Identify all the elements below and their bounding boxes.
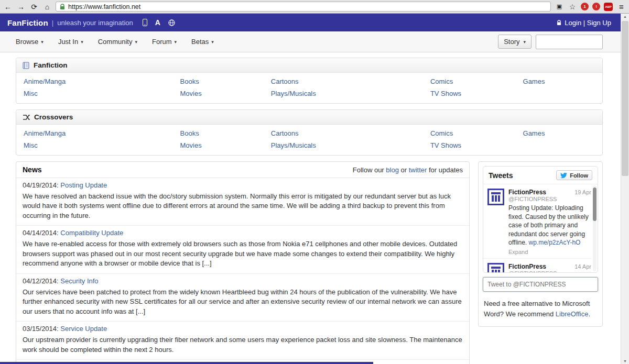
tweet-author[interactable]: FictionPress xyxy=(508,263,546,270)
crossover-link-tv-shows[interactable]: TV Shows xyxy=(430,141,461,149)
news-item-link[interactable]: Posting Update xyxy=(60,181,107,189)
widget-scrollbar[interactable] xyxy=(593,185,597,271)
news-item: 04/12/2014: Security Info Our services h… xyxy=(16,274,469,322)
address-bar[interactable]: https://www.fanfiction.net xyxy=(56,2,551,12)
news-item: 04/14/2014: Compatibility Update We have… xyxy=(16,226,469,273)
category-link-comics[interactable]: Comics xyxy=(430,78,453,85)
fictionpress-avatar xyxy=(487,263,504,272)
chevron-down-icon: ▾ xyxy=(211,39,214,45)
follow-suffix: for updates xyxy=(427,166,463,174)
fictionpress-avatar xyxy=(487,189,504,255)
category-link-anime-manga[interactable]: Anime/Manga xyxy=(24,78,66,85)
tweet-list: FictionPress 19 Apr @FICTIONPRESS Postin… xyxy=(483,184,598,272)
fanfiction-category-table: Anime/Manga Books Cartoons Comics Games … xyxy=(16,73,602,103)
site-logo[interactable]: FanFiction xyxy=(7,18,48,27)
url-text: https://www.fanfiction.net xyxy=(68,3,140,10)
main-content: Fanfiction Anime/Manga Books Cartoons Co… xyxy=(16,58,603,364)
crossover-link-comics[interactable]: Comics xyxy=(430,129,453,137)
crossovers-category-table: Anime/Manga Books Cartoons Comics Games … xyxy=(16,125,602,155)
crossover-link-anime-manga[interactable]: Anime/Manga xyxy=(24,129,66,137)
crossover-link-movies[interactable]: Movies xyxy=(180,141,202,149)
news-body: We have resolved an backend issue with t… xyxy=(23,192,463,220)
libreoffice-link[interactable]: LibreOffice xyxy=(556,310,589,318)
note-suffix: . xyxy=(588,310,590,318)
tweet-expand-link[interactable]: Expand xyxy=(508,249,591,255)
category-link-books[interactable]: Books xyxy=(180,78,199,85)
language-globe-icon[interactable] xyxy=(168,19,175,26)
tweet-url-link[interactable]: wp.me/p2zAcY-hO xyxy=(528,239,580,246)
news-item: 04/19/2014: Posting Update We have resol… xyxy=(16,178,469,226)
book-icon xyxy=(23,62,29,69)
refresh-icon[interactable]: ⟳ xyxy=(29,3,39,11)
site-header: FanFiction | unleash your imagination A … xyxy=(0,14,629,31)
footer-divider xyxy=(0,362,373,364)
nav-betas[interactable]: Betas ▾ xyxy=(191,38,214,46)
twitter-follow-button[interactable]: Follow xyxy=(556,170,592,180)
news-date: 04/14/2014: xyxy=(23,229,59,237)
extension-badge-icon[interactable]: 1 xyxy=(581,3,589,10)
brand-separator: | xyxy=(52,19,53,27)
nav-community-label: Community xyxy=(98,38,133,46)
crossovers-section-header: Crossovers xyxy=(16,110,602,125)
follow-button-label: Follow xyxy=(570,172,588,179)
bookmark-star-icon[interactable]: ☆ xyxy=(568,3,577,11)
home-icon[interactable]: ⌂ xyxy=(42,3,52,11)
news-date: 03/15/2014: xyxy=(23,325,59,333)
libreoffice-note: Need a free alternative to Microsoft Wor… xyxy=(484,299,597,319)
back-icon[interactable]: ← xyxy=(3,3,13,11)
crossover-link-plays-musicals[interactable]: Plays/Musicals xyxy=(271,141,316,149)
extension-badge2-icon[interactable]: ! xyxy=(592,3,600,10)
menu-icon[interactable]: ≡ xyxy=(616,2,626,11)
tweet-date[interactable]: 19 Apr xyxy=(574,189,591,195)
scrollbar-down-icon[interactable]: ▼ xyxy=(621,359,629,363)
crossover-arrows-icon xyxy=(23,114,30,120)
chevron-down-icon: ▾ xyxy=(41,39,44,45)
widget-scrollbar-thumb[interactable] xyxy=(593,187,597,221)
search-type-label: Story xyxy=(504,38,519,46)
page-scrollbar[interactable]: ▲ ▼ xyxy=(621,14,629,364)
page-scrollbar-thumb[interactable] xyxy=(622,21,628,176)
chevron-down-icon: ▾ xyxy=(135,39,137,45)
crossover-link-books[interactable]: Books xyxy=(180,129,199,137)
category-link-misc[interactable]: Misc xyxy=(24,90,38,97)
news-item-link[interactable]: Service Update xyxy=(60,325,107,333)
scrollbar-up-icon[interactable]: ▲ xyxy=(621,15,629,18)
category-link-games[interactable]: Games xyxy=(523,78,545,85)
nav-forum[interactable]: Forum ▾ xyxy=(152,38,177,46)
nav-browse[interactable]: Browse ▾ xyxy=(16,38,44,46)
panel-icon[interactable]: ▣ xyxy=(555,3,564,10)
nav-betas-label: Betas xyxy=(191,38,209,46)
tweet-date[interactable]: 14 Apr xyxy=(574,263,591,270)
fanfiction-section-header: Fanfiction xyxy=(16,58,602,73)
tweet-handle[interactable]: @FICTIONPRESS xyxy=(508,196,591,202)
crossover-link-cartoons[interactable]: Cartoons xyxy=(271,129,299,137)
category-link-tv-shows[interactable]: TV Shows xyxy=(430,90,461,97)
news-date: 04/19/2014: xyxy=(23,181,59,189)
font-size-icon[interactable]: A xyxy=(155,18,160,27)
tweet: FictionPress 14 Apr @FICTIONPRESS xyxy=(483,258,591,272)
search-input[interactable] xyxy=(536,35,603,49)
tweet-handle[interactable]: @FICTIONPRESS xyxy=(508,270,591,272)
follow-prefix: Follow our xyxy=(353,166,386,174)
tweet-to-input[interactable] xyxy=(483,277,598,292)
news-item-link[interactable]: Compatibility Update xyxy=(60,229,123,237)
category-link-plays-musicals[interactable]: Plays/Musicals xyxy=(271,90,316,97)
blog-link[interactable]: blog xyxy=(386,166,399,174)
crossover-link-misc[interactable]: Misc xyxy=(24,141,38,149)
category-link-movies[interactable]: Movies xyxy=(180,90,202,97)
nav-community[interactable]: Community ▾ xyxy=(98,38,137,46)
forward-icon[interactable]: → xyxy=(16,3,26,11)
nav-just-in[interactable]: Just In ▾ xyxy=(58,38,83,46)
category-link-cartoons[interactable]: Cartoons xyxy=(271,78,299,85)
login-signup-link[interactable]: Login | Sign Up xyxy=(565,19,611,27)
news-item-link[interactable]: Security Info xyxy=(60,277,98,285)
nav-just-in-label: Just In xyxy=(58,38,78,46)
search-type-dropdown[interactable]: Story ▾ xyxy=(498,35,532,49)
tweet-author[interactable]: FictionPress xyxy=(508,189,546,196)
twitter-link[interactable]: twitter xyxy=(409,166,427,174)
news-title: News xyxy=(23,166,42,174)
mobile-icon[interactable] xyxy=(143,19,147,26)
crossover-link-games[interactable]: Games xyxy=(523,129,545,137)
chevron-down-icon: ▾ xyxy=(175,39,177,45)
adblock-icon[interactable]: ABP xyxy=(604,3,613,11)
